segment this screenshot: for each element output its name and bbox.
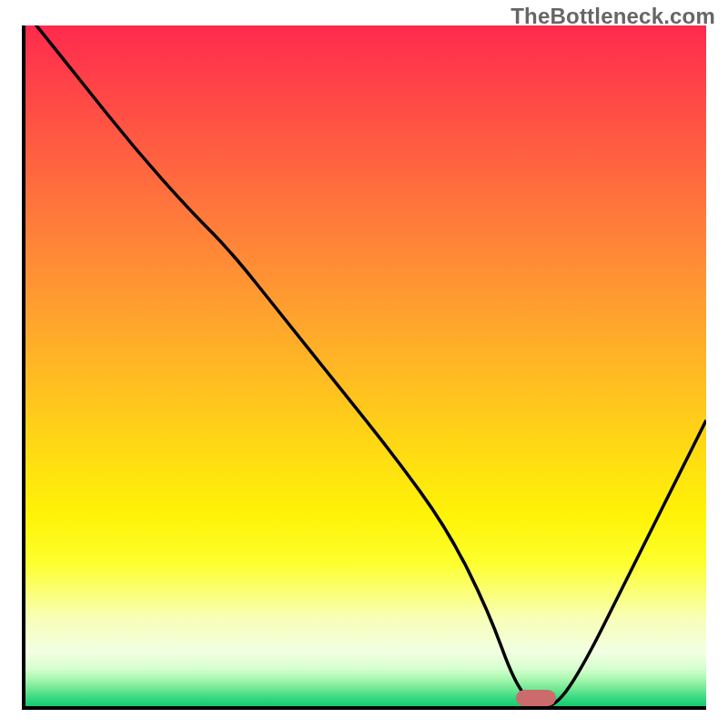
bottleneck-curve [25, 25, 706, 706]
chart-container: TheBottleneck.com [0, 0, 728, 728]
curve-svg [25, 25, 706, 706]
optimum-marker [516, 690, 557, 706]
plot-area [22, 25, 706, 710]
